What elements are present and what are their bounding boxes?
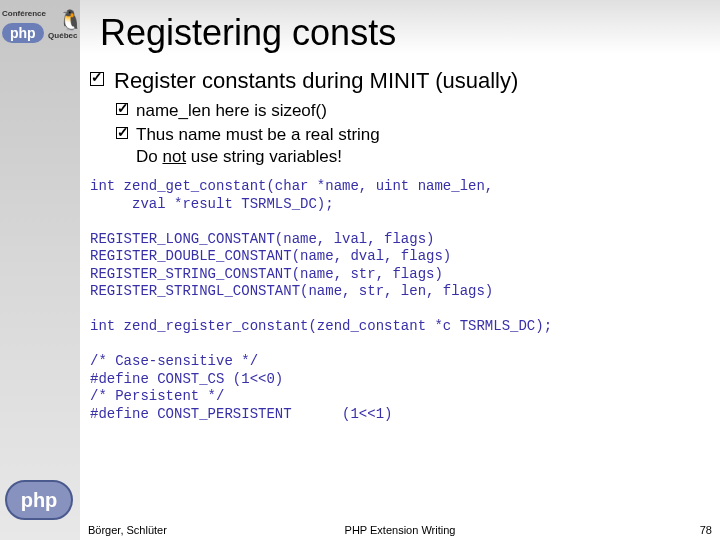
sub-bullet-row: Thus name must be a real string Do not u… <box>116 124 710 168</box>
conference-logo: Conférence 🐧 php Québec <box>2 2 102 47</box>
sub-bullet-text: name_len here is sizeof() <box>136 100 327 122</box>
sub-bullet-text: Thus name must be a real string Do not u… <box>136 124 380 168</box>
footer-title: PHP Extension Writing <box>345 524 456 536</box>
footer-page-number: 78 <box>700 524 712 536</box>
main-bullet-text: Register constants during MINIT (usually… <box>114 68 518 94</box>
main-bullet-row: Register constants during MINIT (usually… <box>90 68 710 94</box>
code-block: int zend_get_constant(char *name, uint n… <box>90 178 710 423</box>
sidebar-strip <box>0 0 80 540</box>
sub-bullet-not-underline: not <box>162 147 186 166</box>
checkbox-checked-icon <box>90 72 104 86</box>
footer: Börger, Schlüter PHP Extension Writing 7… <box>88 524 712 536</box>
sub-bullet-row: name_len here is sizeof() <box>116 100 710 122</box>
sub-bullet-line2-post: use string variables! <box>186 147 342 166</box>
sub-bullet-list: name_len here is sizeof() Thus name must… <box>116 100 710 168</box>
checkbox-checked-icon <box>116 103 128 115</box>
slide-title: Registering consts <box>100 12 396 54</box>
slide-content: Register constants during MINIT (usually… <box>90 68 710 423</box>
footer-authors: Börger, Schlüter <box>88 524 167 536</box>
php-logo-bottom: php <box>5 480 73 520</box>
checkbox-checked-icon <box>116 127 128 139</box>
sub-bullet-line2-pre: Do <box>136 147 162 166</box>
logo-region-text: Québec <box>48 31 77 40</box>
logo-conference-text: Conférence <box>2 9 46 18</box>
mascot-icon: 🐧 <box>58 8 83 32</box>
sub-bullet-line1: Thus name must be a real string <box>136 125 380 144</box>
logo-php-badge: php <box>2 23 44 43</box>
